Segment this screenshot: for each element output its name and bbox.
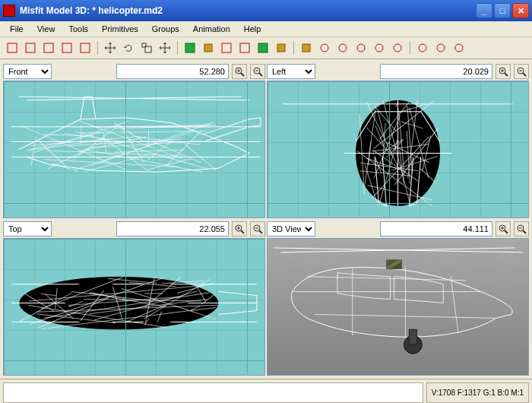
- bool-sub-button[interactable]: [274, 40, 289, 56]
- rect-sel-button[interactable]: [335, 40, 350, 56]
- bool-add-button[interactable]: [255, 40, 271, 56]
- zoom-out-button[interactable]: [514, 221, 529, 236]
- viewport-top: FrontBackLeftRightTopBottom3D View: [3, 220, 265, 376]
- toolbar-separator: [293, 41, 294, 55]
- stats-display: V:1708 F:1317 G:1 B:0 M:1: [426, 382, 529, 403]
- select-connected-button[interactable]: [41, 40, 56, 56]
- zoom-in-button[interactable]: [232, 221, 247, 236]
- viewport-canvas[interactable]: [267, 238, 529, 376]
- zoom-out-button[interactable]: [250, 221, 265, 236]
- viewport-canvas[interactable]: [267, 81, 529, 218]
- svg-point-17: [375, 44, 383, 52]
- select-polygon-button[interactable]: [78, 40, 93, 56]
- maximize-button[interactable]: □: [494, 3, 511, 18]
- lathe-button[interactable]: [299, 40, 314, 56]
- menu-groups[interactable]: Groups: [147, 23, 185, 35]
- svg-line-66: [81, 132, 207, 133]
- viewport-mode-select[interactable]: FrontBackLeftRightTopBottom3D View: [3, 64, 52, 79]
- svg-line-43: [44, 160, 179, 167]
- svg-line-130: [259, 230, 262, 233]
- sphere-button[interactable]: [219, 40, 234, 56]
- viewport-zoom-value[interactable]: [116, 221, 229, 236]
- toolbar: [0, 37, 532, 59]
- menu-file[interactable]: File: [5, 23, 29, 35]
- titlebar: Misfit Model 3D: * helicopter.md2 _ □ ✕: [0, 0, 532, 21]
- zoom-in-button[interactable]: [496, 64, 511, 79]
- viewport-zoom-value[interactable]: [380, 64, 492, 79]
- lasso-button[interactable]: [353, 40, 369, 56]
- svg-line-183: [523, 230, 526, 233]
- cylinder-button[interactable]: [201, 40, 216, 56]
- close-button[interactable]: ✕: [512, 3, 529, 18]
- viewports: FrontBackLeftRightTopBottom3D ViewFrontB…: [0, 59, 532, 379]
- svg-rect-7: [185, 43, 195, 52]
- menu-view[interactable]: View: [32, 23, 61, 35]
- svg-rect-3: [62, 43, 71, 52]
- zoom-out-button[interactable]: [250, 64, 265, 79]
- viewport-canvas[interactable]: [3, 238, 265, 376]
- svg-line-75: [505, 73, 508, 76]
- svg-rect-9: [222, 43, 231, 52]
- menu-help[interactable]: Help: [239, 23, 267, 35]
- menu-primitives[interactable]: Primitives: [97, 23, 144, 35]
- scale-button[interactable]: [139, 40, 154, 56]
- svg-line-65: [31, 137, 36, 166]
- zoom-out-button[interactable]: [514, 64, 529, 79]
- svg-line-179: [505, 230, 508, 233]
- menubar: FileViewToolsPrimitivesGroupsAnimationHe…: [0, 21, 532, 37]
- app-icon: [3, 5, 15, 17]
- toolbar-separator: [410, 41, 410, 55]
- svg-rect-12: [277, 44, 285, 52]
- svg-rect-8: [204, 44, 212, 52]
- statusbar: V:1708 F:1317 G:1 B:0 M:1: [0, 379, 532, 403]
- unweld-button[interactable]: [415, 40, 430, 56]
- svg-line-27: [259, 73, 262, 76]
- viewport-canvas[interactable]: [3, 81, 265, 218]
- menu-tools[interactable]: Tools: [63, 23, 93, 35]
- svg-point-21: [455, 44, 463, 52]
- svg-line-192: [307, 277, 466, 281]
- svg-point-14: [321, 44, 328, 52]
- viewport-mode-select[interactable]: FrontBackLeftRightTopBottom3D View: [267, 64, 315, 79]
- zoom-in-button[interactable]: [232, 64, 247, 79]
- minimize-button[interactable]: _: [476, 3, 492, 18]
- viewport-zoom-value[interactable]: [380, 221, 492, 236]
- select-all-button[interactable]: [433, 40, 448, 56]
- extrude-button[interactable]: [237, 40, 252, 56]
- viewport-mode-select[interactable]: FrontBackLeftRightTopBottom3D View: [267, 221, 315, 236]
- svg-point-15: [339, 44, 347, 52]
- svg-rect-4: [81, 43, 90, 52]
- select-none-button[interactable]: [451, 40, 467, 56]
- svg-rect-13: [302, 44, 310, 52]
- viewport-zoom-value[interactable]: [116, 64, 229, 79]
- mirror-button[interactable]: [372, 40, 387, 56]
- select-group-button[interactable]: [59, 40, 74, 56]
- weld-button[interactable]: [390, 40, 405, 56]
- svg-rect-2: [44, 43, 53, 52]
- select-vertex-button[interactable]: [5, 40, 20, 56]
- svg-point-185: [284, 354, 451, 373]
- svg-line-23: [241, 73, 244, 76]
- svg-rect-11: [258, 43, 268, 52]
- toolbar-separator: [97, 41, 98, 55]
- svg-point-19: [419, 44, 426, 52]
- menu-animation[interactable]: Animation: [188, 23, 236, 35]
- svg-line-62: [31, 136, 141, 145]
- zoom-in-button[interactable]: [496, 221, 511, 236]
- svg-line-49: [165, 131, 201, 167]
- cube-button[interactable]: [182, 40, 198, 56]
- toolbar-separator: [177, 41, 178, 55]
- svg-rect-190: [409, 329, 416, 344]
- select-face-button[interactable]: [23, 40, 38, 56]
- viewport-left: FrontBackLeftRightTopBottom3D View: [267, 62, 529, 218]
- svg-line-47: [147, 159, 191, 170]
- svg-point-16: [357, 44, 365, 52]
- circle-sel-button[interactable]: [317, 40, 332, 56]
- rotate-button[interactable]: [121, 40, 136, 56]
- move-button[interactable]: [103, 40, 118, 56]
- viewport-mode-select[interactable]: FrontBackLeftRightTopBottom3D View: [3, 221, 52, 236]
- svg-line-56: [141, 127, 210, 128]
- shear-button[interactable]: [157, 40, 173, 56]
- svg-rect-188: [387, 260, 402, 269]
- viewport-front: FrontBackLeftRightTopBottom3D View: [3, 62, 265, 218]
